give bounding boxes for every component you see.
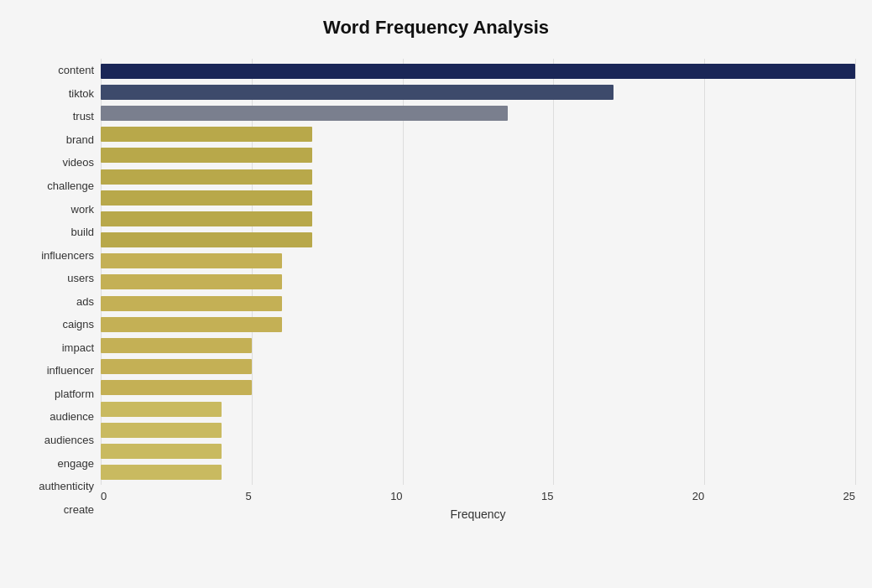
bar bbox=[101, 169, 312, 185]
bar-row bbox=[101, 443, 855, 460]
bars-container bbox=[101, 59, 855, 485]
y-axis-label: caigns bbox=[62, 319, 94, 330]
bar-row bbox=[101, 63, 855, 80]
chart-container: Word Frequency Analysis contenttiktoktru… bbox=[0, 0, 872, 588]
bar-row bbox=[101, 232, 855, 248]
y-axis-label: tiktok bbox=[69, 88, 94, 99]
x-tick: 20 bbox=[692, 490, 704, 502]
x-axis-label: Frequency bbox=[101, 507, 855, 521]
bar-row bbox=[101, 401, 855, 418]
x-tick: 25 bbox=[843, 490, 855, 502]
bar-row bbox=[101, 126, 855, 143]
y-axis-label: influencers bbox=[41, 250, 94, 261]
chart-area: contenttiktoktrustbrandvideoschallengewo… bbox=[17, 59, 855, 521]
y-axis-label: content bbox=[58, 65, 94, 75]
bar-row bbox=[101, 464, 855, 481]
y-axis-label: impact bbox=[62, 342, 94, 353]
bar-row bbox=[101, 295, 855, 312]
grid-and-bars bbox=[101, 59, 855, 485]
y-axis-label: trust bbox=[73, 111, 94, 122]
bar-row bbox=[101, 422, 855, 439]
bar bbox=[101, 232, 312, 247]
grid-line bbox=[855, 59, 856, 485]
y-axis-label: videos bbox=[62, 157, 94, 168]
bar bbox=[101, 274, 282, 289]
y-axis-label: build bbox=[71, 226, 94, 237]
bar bbox=[101, 64, 855, 79]
bar-row bbox=[101, 337, 855, 354]
bar bbox=[101, 444, 222, 459]
bar-row bbox=[101, 105, 855, 122]
bar bbox=[101, 296, 282, 311]
bar bbox=[101, 148, 312, 163]
bar bbox=[101, 253, 282, 268]
y-axis-label: audiences bbox=[44, 434, 94, 445]
bar-row bbox=[101, 252, 855, 269]
bar bbox=[101, 211, 312, 226]
y-axis-label: create bbox=[64, 504, 94, 515]
y-axis-label: brand bbox=[66, 134, 94, 145]
bar bbox=[101, 380, 252, 395]
bar-row bbox=[101, 147, 855, 164]
y-axis-label: audience bbox=[50, 411, 94, 422]
bar bbox=[101, 317, 282, 332]
y-axis-label: platform bbox=[55, 388, 94, 399]
bar-row bbox=[101, 273, 855, 290]
bar-row bbox=[101, 358, 855, 375]
bar bbox=[101, 359, 252, 374]
bar-row bbox=[101, 190, 855, 206]
y-axis-label: influencer bbox=[47, 365, 94, 376]
bar bbox=[101, 85, 614, 100]
x-axis: 0510152025 bbox=[101, 485, 855, 502]
bottom-section: 0510152025 Frequency bbox=[101, 485, 855, 521]
y-axis-label: engage bbox=[58, 458, 94, 469]
bar-row bbox=[101, 169, 855, 185]
bar bbox=[101, 402, 222, 417]
x-tick: 0 bbox=[101, 490, 107, 502]
x-tick: 10 bbox=[390, 490, 402, 502]
plot-area: 0510152025 Frequency bbox=[101, 59, 855, 521]
y-axis-label: work bbox=[71, 204, 94, 215]
y-axis-label: authenticity bbox=[39, 481, 94, 492]
bar bbox=[101, 106, 508, 121]
bar bbox=[101, 127, 312, 142]
bar-row bbox=[101, 84, 855, 101]
bar bbox=[101, 423, 222, 438]
bar-row bbox=[101, 379, 855, 396]
y-axis-label: challenge bbox=[47, 180, 94, 191]
bar-row bbox=[101, 316, 855, 333]
bar bbox=[101, 338, 252, 353]
bar bbox=[101, 465, 222, 480]
y-axis: contenttiktoktrustbrandvideoschallengewo… bbox=[17, 59, 101, 521]
y-axis-label: ads bbox=[76, 296, 94, 307]
x-tick: 5 bbox=[246, 490, 252, 502]
x-tick: 15 bbox=[541, 490, 553, 502]
bar bbox=[101, 190, 312, 206]
chart-title: Word Frequency Analysis bbox=[17, 17, 855, 39]
bar-row bbox=[101, 211, 855, 227]
y-axis-label: users bbox=[67, 273, 94, 284]
